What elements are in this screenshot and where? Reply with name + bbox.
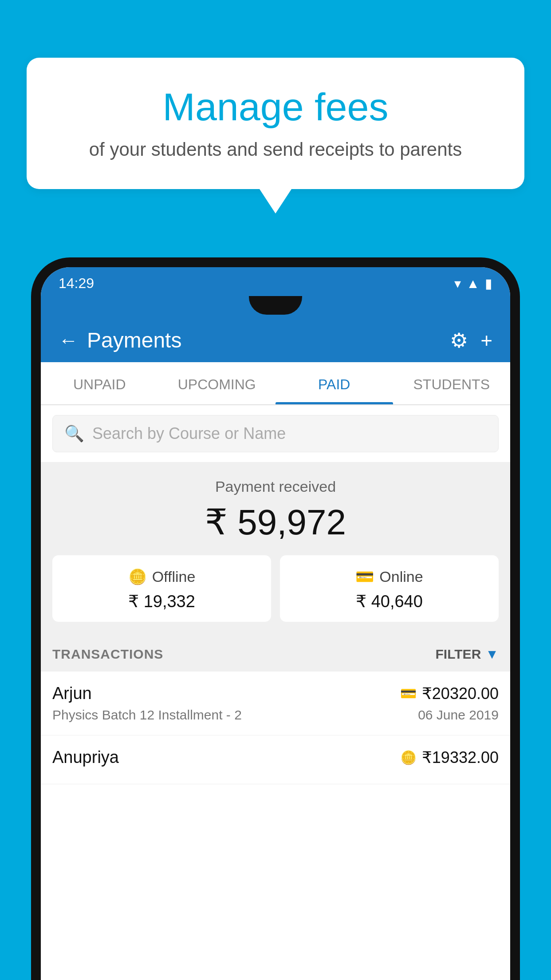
app-bar-right: ⚙ + — [450, 328, 492, 352]
transaction-amount-2: ₹19332.00 — [422, 748, 499, 767]
phone-frame: 14:29 ▾ ▲ ▮ ← Payments ⚙ + — [31, 257, 520, 980]
phone-screen: 14:29 ▾ ▲ ▮ ← Payments ⚙ + — [41, 267, 510, 980]
online-amount: ₹ 40,640 — [289, 592, 490, 611]
promo-title: Manage fees — [49, 84, 502, 129]
add-button[interactable]: + — [480, 328, 492, 352]
transaction-amount-1: ₹20320.00 — [422, 684, 499, 703]
online-icon: 💳 — [355, 568, 374, 585]
speech-bubble: Manage fees of your students and send re… — [27, 58, 524, 189]
transaction-name-2: Anupriya — [52, 748, 119, 767]
status-icons: ▾ ▲ ▮ — [454, 276, 492, 291]
transaction-amount-container-1: 💳 ₹20320.00 — [400, 684, 499, 703]
battery-icon: ▮ — [485, 276, 492, 291]
online-payment-card: 💳 Online ₹ 40,640 — [280, 555, 499, 622]
transaction-row-top-2: Anupriya 🪙 ₹19332.00 — [52, 748, 499, 767]
offline-payment-card: 🪙 Offline ₹ 19,332 — [52, 555, 271, 622]
tab-paid[interactable]: PAID — [276, 362, 393, 404]
tab-students[interactable]: STUDENTS — [393, 362, 511, 404]
payment-cards: 🪙 Offline ₹ 19,332 💳 Online ₹ 40,640 — [52, 555, 499, 622]
online-label: Online — [379, 568, 423, 585]
promo-subtitle: of your students and send receipts to pa… — [49, 139, 502, 160]
filter-label: FILTER — [436, 647, 481, 662]
search-input[interactable]: Search by Course or Name — [92, 424, 286, 443]
transactions-list: Arjun 💳 ₹20320.00 Physics Batch 12 Insta… — [41, 672, 510, 980]
tab-unpaid[interactable]: UNPAID — [41, 362, 158, 404]
search-icon: 🔍 — [64, 424, 84, 443]
tabs-container: UNPAID UPCOMING PAID STUDENTS — [41, 362, 510, 405]
signal-icon: ▲ — [466, 276, 480, 291]
status-bar: 14:29 ▾ ▲ ▮ — [41, 267, 510, 296]
transaction-amount-container-2: 🪙 ₹19332.00 — [400, 748, 499, 767]
transaction-name-1: Arjun — [52, 684, 92, 703]
wifi-icon: ▾ — [454, 276, 461, 291]
promo-card: Manage fees of your students and send re… — [27, 58, 524, 189]
payment-total-amount: ₹ 59,972 — [52, 502, 499, 543]
app-bar-title: Payments — [87, 328, 181, 352]
phone-container: 14:29 ▾ ▲ ▮ ← Payments ⚙ + — [31, 257, 520, 980]
search-container: 🔍 Search by Course or Name — [41, 405, 510, 462]
offline-label: Offline — [152, 568, 196, 585]
transaction-date-1: 06 June 2019 — [418, 707, 499, 723]
transaction-type-icon-2: 🪙 — [400, 750, 417, 765]
back-button[interactable]: ← — [59, 329, 78, 352]
filter-icon: ▼ — [485, 647, 499, 662]
transaction-row-top-1: Arjun 💳 ₹20320.00 — [52, 684, 499, 703]
transaction-course-1: Physics Batch 12 Installment - 2 — [52, 707, 242, 723]
tab-upcoming[interactable]: UPCOMING — [158, 362, 276, 404]
online-card-header: 💳 Online — [289, 568, 490, 585]
offline-amount: ₹ 19,332 — [61, 592, 262, 611]
transaction-type-icon-1: 💳 — [400, 686, 417, 701]
transaction-row-2: Anupriya 🪙 ₹19332.00 — [41, 735, 510, 784]
offline-card-header: 🪙 Offline — [61, 568, 262, 585]
status-time: 14:29 — [59, 275, 94, 292]
offline-icon: 🪙 — [128, 568, 147, 585]
payment-summary: Payment received ₹ 59,972 🪙 Offline ₹ 19… — [41, 465, 510, 637]
search-bar[interactable]: 🔍 Search by Course or Name — [52, 415, 499, 452]
transactions-label: TRANSACTIONS — [52, 647, 163, 662]
settings-button[interactable]: ⚙ — [450, 328, 468, 352]
notch — [249, 296, 302, 315]
notch-area — [41, 296, 510, 318]
app-bar-left: ← Payments — [59, 328, 181, 352]
transactions-header: TRANSACTIONS FILTER ▼ — [41, 637, 510, 672]
filter-button[interactable]: FILTER ▼ — [436, 647, 499, 662]
transaction-row: Arjun 💳 ₹20320.00 Physics Batch 12 Insta… — [41, 672, 510, 735]
payment-received-label: Payment received — [52, 478, 499, 495]
transaction-row-bottom-1: Physics Batch 12 Installment - 2 06 June… — [52, 707, 499, 723]
app-bar: ← Payments ⚙ + — [41, 318, 510, 362]
